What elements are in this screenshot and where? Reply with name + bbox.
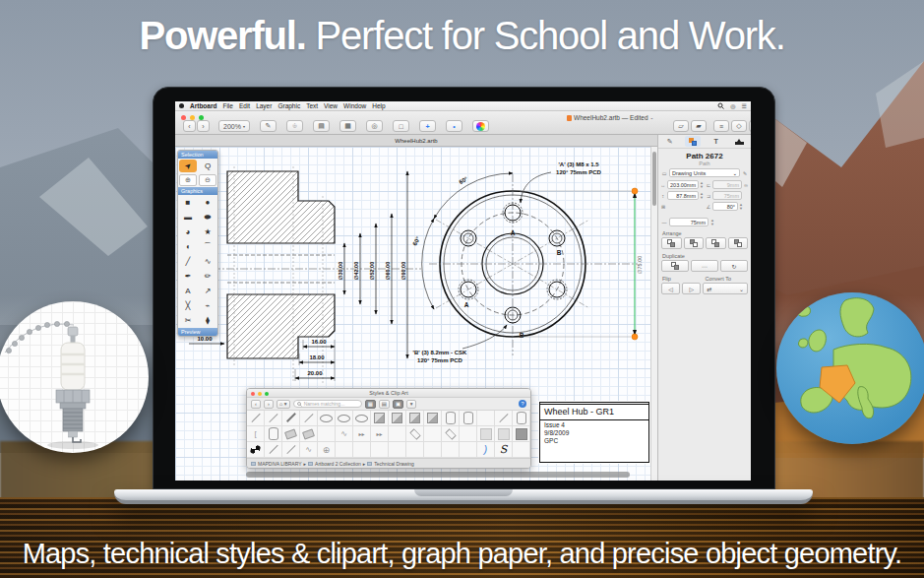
tab-style-pen-icon[interactable]: ✎ [662, 136, 678, 147]
duplicate-array-button[interactable]: ⋯ [691, 260, 718, 272]
menu-view[interactable]: View [324, 102, 338, 109]
convert-to-dropdown[interactable]: ⇄⌄ [703, 283, 748, 294]
clipart-blank[interactable] [406, 442, 424, 458]
minimize-button[interactable] [258, 392, 262, 396]
clipart-swatch-light[interactable] [477, 426, 495, 442]
menu-graphic[interactable]: Graphic [277, 102, 300, 109]
palette-search-field[interactable]: Names matching... [293, 400, 362, 408]
tool-rounded-rect[interactable]: ▬ [178, 210, 198, 225]
tool-text[interactable]: A [178, 284, 198, 298]
style-pen-tool[interactable]: ✎ [260, 120, 277, 132]
notification-center-icon[interactable]: ☰ [742, 102, 747, 109]
apple-menu-icon[interactable] [179, 103, 184, 108]
colors-tool[interactable] [472, 120, 489, 132]
clipart-blank[interactable] [389, 426, 406, 442]
lock-ratio-icon[interactable]: ∞ [743, 182, 749, 188]
height-field[interactable]: 75mm [712, 191, 742, 200]
clipart-blank[interactable] [460, 426, 477, 442]
tool-pie[interactable]: ◕ [178, 225, 198, 239]
tool-zoom-in[interactable]: ⊕ [179, 174, 197, 186]
clipart-swatch-light[interactable] [495, 426, 513, 442]
clipart-curve[interactable] [336, 426, 353, 442]
units-dropdown[interactable]: Drawing Units⌄ [669, 168, 740, 177]
inspect-tool[interactable]: ◎ [366, 120, 383, 132]
clipart-cyl[interactable] [460, 411, 477, 426]
tool-cut-line[interactable]: ╳ [178, 298, 198, 313]
style-mode-button[interactable]: ▣ [393, 400, 403, 409]
tool-star[interactable]: ★ [198, 225, 217, 239]
canvas-horizontal-scrollbar-thumb[interactable] [246, 472, 630, 478]
menu-help[interactable]: Help [372, 102, 385, 109]
zoom-level-dropdown[interactable]: 200% ▾ [218, 120, 250, 132]
clipart-diamond[interactable] [406, 426, 424, 442]
canvas-vertical-scrollbar[interactable] [650, 147, 657, 481]
send-to-back-button[interactable] [728, 237, 749, 249]
toolbox-section-selection[interactable]: Selection [178, 151, 217, 159]
clipart-swatch-dark[interactable] [513, 426, 530, 442]
clipart-blank[interactable] [318, 426, 336, 442]
tool-lasso[interactable]: Q [198, 159, 217, 173]
clipart-cube[interactable] [389, 411, 406, 426]
breadcrumb-item[interactable]: Technical Drawing [374, 461, 414, 467]
clipart-blank[interactable] [353, 442, 371, 458]
share-button[interactable]: ≡ [713, 120, 729, 132]
library-button[interactable]: ◇ [731, 120, 747, 132]
scrollbar-thumb[interactable] [652, 152, 656, 206]
clipart-ellipse[interactable] [318, 411, 336, 426]
edit-units-icon[interactable]: ✎ [742, 170, 748, 176]
tool-line[interactable]: ╱ [178, 254, 198, 269]
media-tool[interactable]: ▦ [339, 120, 356, 132]
tool-marker[interactable]: ✏ [198, 269, 217, 284]
clipart-blank[interactable] [477, 411, 495, 426]
toolbox-section-graphics[interactable]: Graphics [178, 187, 217, 195]
help-button[interactable]: ? [519, 400, 526, 408]
stepper-icon[interactable]: ▲▼ [739, 203, 743, 211]
clipart-blank[interactable] [460, 442, 477, 458]
clipart-blank[interactable] [513, 442, 530, 458]
clipart-line-thick[interactable] [282, 411, 300, 426]
tool-scissors[interactable]: ✂ [178, 313, 198, 328]
anchor-grid-icon[interactable]: ⊞ [660, 204, 666, 210]
tool-move[interactable]: ↗ [198, 284, 217, 298]
bring-forward-button[interactable] [684, 237, 705, 249]
tab-geometry-icon[interactable] [685, 136, 701, 147]
document-tab[interactable]: WheelHub2.artb [175, 135, 657, 147]
clipart-line[interactable] [265, 411, 282, 426]
x-position-field[interactable]: 203.00mm [667, 180, 699, 189]
grid-view-button[interactable]: ▦ [365, 400, 376, 409]
zoom-window-button[interactable] [265, 392, 269, 396]
clipart-arrows[interactable] [371, 426, 389, 442]
width-field[interactable]: 9mm [712, 180, 742, 189]
tool-pen[interactable]: ✒ [178, 269, 198, 284]
bring-to-front-button[interactable] [661, 237, 682, 249]
clipart-blank[interactable] [442, 442, 460, 458]
clipart-blank[interactable] [371, 442, 389, 458]
stepper-icon[interactable]: ▲▼ [700, 192, 704, 200]
snap-tool[interactable]: • [446, 120, 462, 132]
clipart-line-thin[interactable] [247, 411, 265, 426]
menu-edit[interactable]: Edit [239, 102, 250, 109]
stroke-width-field[interactable]: 75mm [669, 218, 708, 226]
tool-select-arrow[interactable]: ➤ [179, 160, 197, 172]
tool-oval[interactable]: ⬬ [198, 210, 217, 225]
menu-layer[interactable]: Layer [256, 102, 272, 109]
tool-rect[interactable]: ■ [178, 195, 198, 210]
tab-text-icon[interactable]: T [708, 136, 724, 147]
menu-window[interactable]: Window [343, 102, 366, 109]
selection-handle[interactable] [632, 334, 638, 340]
clipart-blue-curve[interactable] [477, 442, 495, 458]
tool-dotted-line[interactable]: ⌁ [198, 298, 217, 313]
stepper-icon[interactable]: ▲▼ [710, 219, 714, 226]
tool-zoom-out[interactable]: ⊖ [199, 174, 216, 186]
clipart-blank[interactable] [424, 426, 442, 442]
clipart-target[interactable] [318, 442, 336, 458]
panels-button[interactable]: ▰ [691, 120, 707, 132]
tool-arc[interactable]: ⌒ [198, 239, 217, 254]
palette-action-menu[interactable]: ⌂ ▾ [277, 400, 290, 409]
toolbox-section-preview[interactable]: Preview [178, 328, 217, 336]
menu-app-name[interactable]: Artboard [190, 102, 216, 109]
tool-curve[interactable]: ∿ [198, 254, 217, 269]
clipart-cube[interactable] [371, 411, 389, 426]
clipart-line-thin[interactable] [265, 442, 282, 458]
rotate-copies-button[interactable]: ↻ [720, 260, 748, 272]
